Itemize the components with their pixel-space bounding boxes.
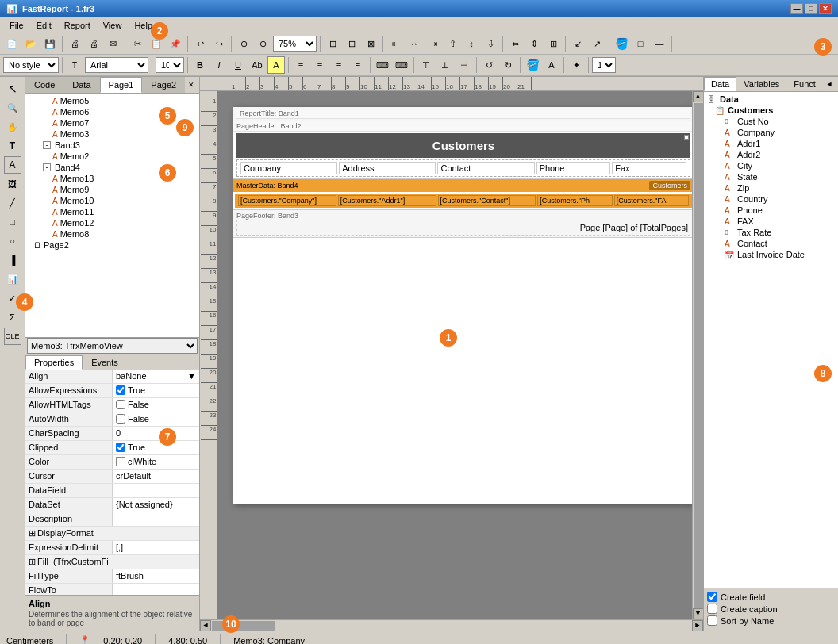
props-tab-properties[interactable]: Properties: [25, 355, 83, 370]
tool-text[interactable]: T: [4, 137, 21, 155]
tb-align-right[interactable]: ⇥: [425, 35, 442, 52]
band3-expand[interactable]: -: [43, 141, 51, 149]
tb-send-back[interactable]: ↙: [569, 35, 586, 52]
tool-sigma[interactable]: Σ: [4, 309, 21, 326]
tb-same-width[interactable]: ⇔: [506, 35, 524, 52]
tb-open[interactable]: 📂: [22, 35, 40, 52]
dt-city[interactable]: A City: [705, 160, 836, 171]
tree-memo9[interactable]: A Memo9: [27, 184, 198, 195]
allowhtml-checkbox[interactable]: [116, 400, 125, 409]
tool-rect[interactable]: □: [4, 213, 21, 231]
col-contact[interactable]: Contact: [437, 162, 534, 174]
tb-align-left[interactable]: ⇤: [386, 35, 404, 52]
band4-expand[interactable]: -: [43, 163, 51, 171]
prop-color-value[interactable]: clWhite: [113, 455, 199, 469]
col-fax[interactable]: Fax: [612, 162, 686, 174]
tree-memo11[interactable]: A Memo11: [27, 206, 198, 217]
fill-expand[interactable]: ⊞: [29, 557, 36, 567]
tb-zoom-out[interactable]: ⊖: [254, 35, 271, 52]
prop-allowhtml-value[interactable]: False: [113, 398, 199, 412]
tb-bring-front[interactable]: ↗: [588, 35, 605, 52]
tb-nobreak[interactable]: ⌨: [393, 56, 410, 74]
vscroll-up[interactable]: ▲: [693, 91, 704, 102]
prop-allowexpr-value[interactable]: True: [113, 384, 199, 397]
dt-custno[interactable]: 0 Cust No: [705, 116, 836, 127]
tool-memo[interactable]: A: [4, 156, 21, 174]
autowidth-checkbox[interactable]: [116, 414, 125, 424]
tb-halign-right[interactable]: ≡: [330, 56, 348, 74]
cell-addr1[interactable]: [Customers."Addr1"]: [338, 195, 436, 206]
tree-page2[interactable]: 🗒 Page2: [27, 240, 198, 251]
tb-bold[interactable]: B: [191, 56, 209, 74]
displayformat-expand[interactable]: ⊞: [29, 528, 36, 539]
canvas-hscroll[interactable]: ◄ ►: [200, 619, 703, 631]
tb-rotation2[interactable]: ↻: [499, 56, 517, 74]
tb-new[interactable]: 📄: [3, 35, 21, 52]
dt-company[interactable]: A Company: [705, 127, 836, 138]
tb-valign-mid[interactable]: ⊥: [436, 56, 454, 74]
minimize-button[interactable]: —: [790, 3, 803, 14]
font-size-combo[interactable]: 10 8 12: [156, 57, 184, 73]
tab-code[interactable]: Code: [25, 77, 63, 93]
tree-memo12[interactable]: A Memo12: [27, 217, 198, 228]
tb-halign-left[interactable]: ≡: [292, 56, 309, 74]
tree-memo7[interactable]: A Memo7: [27, 117, 198, 128]
dt-country[interactable]: A Country: [705, 194, 836, 205]
lines-combo[interactable]: 1 2: [592, 57, 616, 73]
right-tab-data[interactable]: Data: [704, 77, 736, 91]
dt-contact[interactable]: A Contact: [705, 238, 836, 249]
cell-contact[interactable]: [Customers."Contact"]: [438, 195, 536, 206]
tb-valign-top[interactable]: ⊤: [417, 56, 435, 74]
tb-valign-bot[interactable]: ⊣: [456, 56, 473, 74]
menu-edit[interactable]: Edit: [30, 19, 58, 32]
tab-close[interactable]: ✕: [185, 79, 198, 91]
tree-band4[interactable]: - Band4: [27, 162, 198, 173]
tb-print[interactable]: 🖨: [85, 35, 102, 52]
tb-wrap[interactable]: ⌨: [374, 56, 391, 74]
tb-align-middle[interactable]: ↕: [463, 35, 480, 52]
maximize-button[interactable]: □: [805, 3, 817, 14]
tb-align-top[interactable]: ⇧: [444, 35, 461, 52]
tab-data[interactable]: Data: [63, 77, 99, 93]
tb-cut[interactable]: ✂: [129, 35, 146, 52]
create-field-checkbox[interactable]: [707, 592, 717, 602]
tb-redo[interactable]: ↪: [210, 35, 228, 52]
object-select-dropdown[interactable]: Memo3: TfrxMemoView: [27, 338, 198, 354]
tb-italic[interactable]: I: [210, 56, 228, 74]
hscroll-left[interactable]: ◄: [200, 620, 211, 631]
dt-lastinvoice[interactable]: 📅 Last Invoice Date: [705, 249, 836, 260]
tb-highlight2[interactable]: ✦: [567, 56, 585, 74]
vscroll-thumb[interactable]: [694, 103, 703, 608]
tool-ole[interactable]: OLE: [4, 328, 21, 345]
tb-fill-color[interactable]: 🪣: [524, 56, 541, 74]
tool-ellipse[interactable]: ○: [4, 232, 21, 250]
close-button[interactable]: ✕: [819, 3, 832, 14]
tb-grid2[interactable]: ⊟: [343, 35, 360, 52]
tool-hand[interactable]: ✋: [4, 118, 21, 136]
tree-band3[interactable]: 6 - Band3: [27, 140, 198, 151]
vscroll-down[interactable]: ▼: [693, 608, 704, 619]
create-caption-checkbox[interactable]: [707, 604, 717, 614]
tool-line[interactable]: ╱: [4, 194, 21, 212]
menu-file[interactable]: File: [3, 19, 30, 32]
style-combo[interactable]: No style: [3, 57, 59, 73]
menu-help[interactable]: Help: [128, 19, 159, 32]
cell-phone[interactable]: [Customers."Ph: [537, 195, 612, 206]
props-tab-events[interactable]: Events: [83, 355, 127, 370]
cell-fax[interactable]: [Customers."FA: [614, 195, 689, 206]
allowexpr-checkbox[interactable]: [116, 385, 125, 395]
tool-chart[interactable]: 📊: [4, 270, 21, 288]
dt-phone[interactable]: A Phone: [705, 205, 836, 216]
tab-page1[interactable]: Page1: [100, 77, 143, 93]
tool-checkmark[interactable]: ✓: [4, 289, 21, 307]
right-tab-funct[interactable]: Funct: [786, 77, 823, 91]
tb-preview[interactable]: 🖨: [66, 35, 83, 52]
sort-byname-checkbox[interactable]: [707, 615, 717, 626]
clipped-checkbox[interactable]: [116, 443, 125, 452]
right-tab-close[interactable]: ◄: [824, 79, 835, 90]
prop-clipped-value[interactable]: True: [113, 441, 199, 454]
tb-text-rtl[interactable]: Ab: [248, 56, 266, 74]
tool-zoom[interactable]: 🔍: [4, 99, 21, 117]
tool-barcode[interactable]: ▐: [4, 251, 21, 269]
tb-copy[interactable]: 📋: [148, 35, 165, 52]
